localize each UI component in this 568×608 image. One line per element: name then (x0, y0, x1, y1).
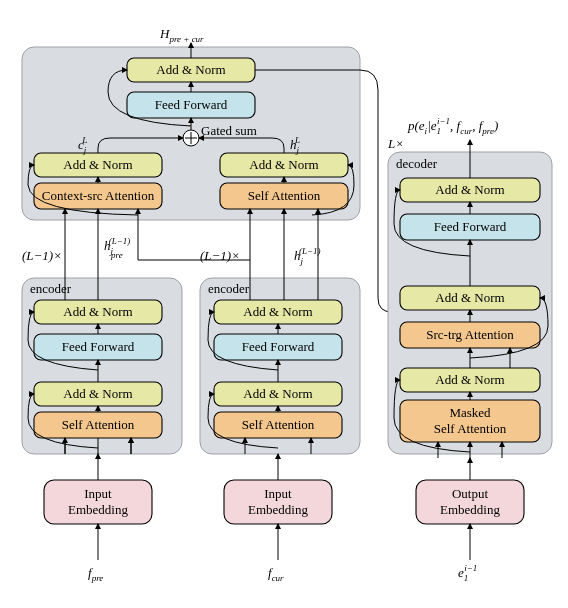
svg-text:Embedding: Embedding (68, 502, 128, 517)
svg-text:Input: Input (84, 486, 112, 501)
label: Add & Norm (156, 62, 225, 77)
hj-lm1-label: hj(L−1) (294, 246, 321, 266)
svg-text:Self Attention: Self Attention (242, 417, 315, 432)
svg-text:Masked: Masked (449, 405, 491, 420)
e-input: e1i−1 (458, 563, 477, 583)
svg-text:Embedding: Embedding (248, 502, 308, 517)
encoder-mid-label: encoder (208, 281, 250, 296)
svg-text:Self Attention: Self Attention (434, 421, 507, 436)
label: Add & Norm (249, 157, 318, 172)
svg-text:Add & Norm: Add & Norm (243, 304, 312, 319)
svg-text:Feed Forward: Feed Forward (434, 219, 507, 234)
svg-text:Embedding: Embedding (440, 502, 500, 517)
svg-text:Add & Norm: Add & Norm (435, 372, 504, 387)
svg-text:Add & Norm: Add & Norm (435, 290, 504, 305)
svg-text:Input: Input (264, 486, 292, 501)
svg-text:Add & Norm: Add & Norm (63, 304, 132, 319)
svg-text:Feed Forward: Feed Forward (242, 339, 315, 354)
f-cur: fcur (268, 565, 284, 583)
svg-text:Add & Norm: Add & Norm (63, 386, 132, 401)
svg-text:Feed Forward: Feed Forward (62, 339, 135, 354)
hjpre-label: hjpre(L−1) (104, 236, 130, 260)
H-label: Hpre + cur (159, 26, 204, 44)
decoder-label: decoder (396, 156, 438, 171)
Lx: L× (387, 136, 404, 151)
lm1-mid: (L−1)× (200, 248, 240, 263)
svg-text:Src-trg Attention: Src-trg Attention (426, 327, 514, 342)
lm1-left: (L−1)× (22, 248, 62, 263)
f-pre: fpre (88, 565, 103, 583)
label: Self Attention (248, 188, 321, 203)
svg-text:Add & Norm: Add & Norm (435, 182, 504, 197)
encoder-left-label: encoder (30, 281, 72, 296)
p-output: p(ei|e1i−1, fcur, fpre) (407, 116, 498, 136)
gated-sum-label: Gated sum (201, 123, 257, 138)
label: Add & Norm (63, 157, 132, 172)
label: Context-src Attention (42, 188, 155, 203)
svg-text:Output: Output (452, 486, 489, 501)
svg-text:Self Attention: Self Attention (62, 417, 135, 432)
svg-text:Add & Norm: Add & Norm (243, 386, 312, 401)
label: Feed Forward (155, 97, 228, 112)
